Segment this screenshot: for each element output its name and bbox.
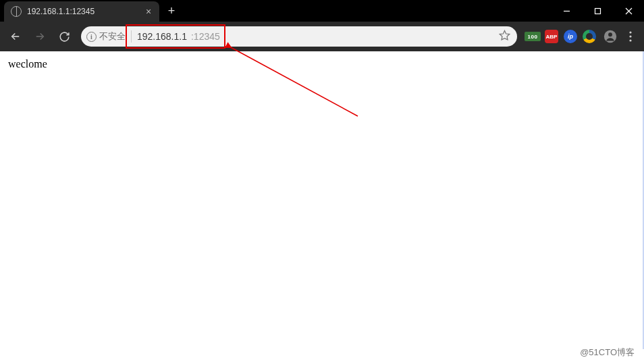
watermark-text: @51CTO博客: [580, 346, 635, 359]
url-port: :12345: [191, 31, 220, 42]
bookmark-star-icon[interactable]: [499, 30, 510, 43]
tab-title: 192.168.1.1:12345: [27, 7, 138, 16]
extension-ip-icon[interactable]: ip: [562, 28, 579, 45]
window-controls: [551, 0, 644, 22]
back-button[interactable]: [4, 25, 27, 48]
security-badge[interactable]: i 不安全: [86, 30, 126, 43]
globe-icon: [11, 6, 22, 17]
browser-tab[interactable]: 192.168.1.1:12345 ×: [4, 1, 159, 22]
reload-button[interactable]: [53, 25, 76, 48]
page-content: weclome: [0, 51, 644, 77]
address-bar[interactable]: i 不安全 192.168.1.1:12345: [81, 26, 517, 47]
profile-button[interactable]: [601, 27, 620, 46]
omnibox-divider: [131, 30, 132, 43]
svg-marker-4: [500, 30, 509, 39]
extension-swirl-icon[interactable]: [581, 28, 598, 45]
extensions-area: 100 ABP ip: [522, 28, 599, 45]
close-tab-icon[interactable]: ×: [143, 6, 154, 17]
extension-abp-icon[interactable]: ABP: [543, 28, 560, 45]
page-body-text: weclome: [8, 58, 47, 70]
minimize-button[interactable]: [551, 0, 582, 22]
url-host: 192.168.1.1: [137, 31, 187, 42]
maximize-button[interactable]: [582, 0, 613, 22]
browser-toolbar: i 不安全 192.168.1.1:12345 100 ABP ip: [0, 22, 644, 51]
kebab-menu-icon[interactable]: [621, 25, 640, 48]
svg-rect-1: [595, 8, 600, 14]
extension-100-icon[interactable]: 100: [524, 28, 541, 45]
info-icon: i: [86, 32, 97, 42]
forward-button[interactable]: [28, 25, 51, 48]
security-label: 不安全: [99, 30, 126, 43]
svg-point-6: [608, 32, 612, 36]
svg-point-8: [629, 35, 631, 37]
window-titlebar: 192.168.1.1:12345 × +: [0, 0, 644, 22]
new-tab-button[interactable]: +: [162, 0, 181, 22]
svg-point-7: [629, 31, 631, 33]
close-window-button[interactable]: [613, 0, 644, 22]
svg-point-9: [629, 39, 631, 41]
